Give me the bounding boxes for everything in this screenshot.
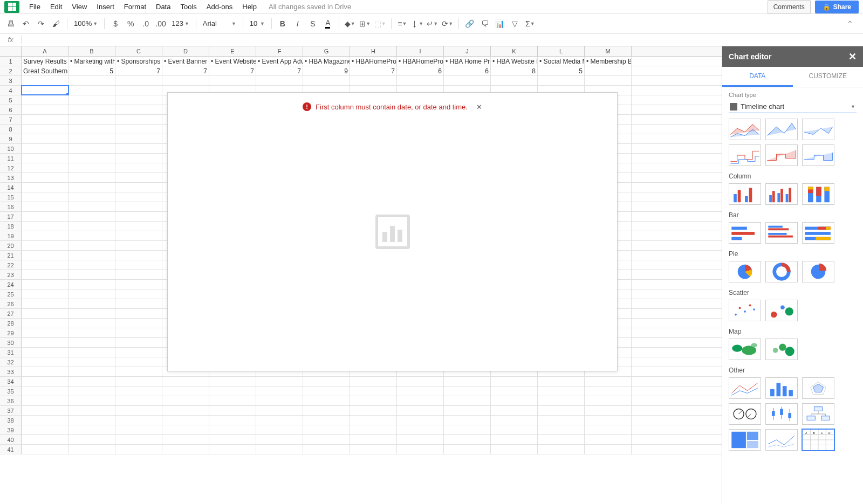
col-header[interactable]: H xyxy=(350,46,397,56)
cell[interactable] xyxy=(209,416,256,425)
cell[interactable] xyxy=(256,445,303,454)
cell[interactable] xyxy=(350,377,397,386)
cell[interactable] xyxy=(22,338,69,347)
cell[interactable] xyxy=(69,76,115,85)
cell[interactable] xyxy=(69,386,115,396)
redo-icon[interactable]: ↷ xyxy=(35,17,47,30)
cell[interactable] xyxy=(162,396,209,405)
cell[interactable] xyxy=(585,377,632,386)
cell[interactable] xyxy=(585,66,632,75)
cell[interactable]: • HBAHomePros xyxy=(350,57,397,66)
cell[interactable] xyxy=(538,76,585,85)
row-header[interactable]: 3 xyxy=(0,76,22,85)
cell[interactable] xyxy=(69,95,115,105)
cell[interactable] xyxy=(69,260,115,270)
cell[interactable] xyxy=(303,377,350,386)
chart-thumb-area2[interactable] xyxy=(765,119,798,140)
cell[interactable] xyxy=(69,270,115,279)
cell[interactable] xyxy=(115,95,162,105)
cell[interactable] xyxy=(256,416,303,425)
cell[interactable] xyxy=(69,192,115,202)
italic-icon[interactable]: I xyxy=(291,17,304,30)
chart-thumb-area1[interactable] xyxy=(729,119,761,140)
row-header[interactable]: 16 xyxy=(0,202,22,211)
chart-thumb-map2[interactable] xyxy=(765,339,798,360)
cell[interactable] xyxy=(444,396,491,405)
menu-edit[interactable]: Edit xyxy=(46,1,66,13)
col-header[interactable]: L xyxy=(538,46,585,56)
cell[interactable] xyxy=(491,445,538,454)
cell[interactable] xyxy=(303,425,350,434)
cell[interactable] xyxy=(538,445,585,454)
row-header[interactable]: 12 xyxy=(0,163,22,172)
col-header[interactable]: M xyxy=(585,46,632,56)
cell[interactable] xyxy=(69,144,115,153)
cell[interactable]: 5 xyxy=(538,66,585,75)
chart-thumb-column1[interactable] xyxy=(729,183,761,205)
chart-thumb-pie3[interactable] xyxy=(802,261,834,282)
cell[interactable] xyxy=(69,231,115,240)
cell[interactable] xyxy=(303,386,350,396)
row-header[interactable]: 13 xyxy=(0,173,22,182)
cell[interactable] xyxy=(585,425,632,434)
cell[interactable] xyxy=(115,154,162,163)
cell[interactable] xyxy=(397,425,444,434)
row-header[interactable]: 36 xyxy=(0,396,22,405)
cell[interactable] xyxy=(162,416,209,425)
cell[interactable]: 7 xyxy=(209,66,256,75)
cell[interactable] xyxy=(444,425,491,434)
cell[interactable] xyxy=(491,76,538,85)
increase-decimal-icon[interactable]: .00 xyxy=(154,17,167,30)
chart-thumb-treemap[interactable] xyxy=(729,429,761,451)
close-icon[interactable]: ✕ xyxy=(476,103,482,111)
cell[interactable] xyxy=(69,319,115,328)
menu-help[interactable]: Help xyxy=(238,1,261,13)
cell[interactable] xyxy=(585,76,632,85)
cell[interactable] xyxy=(69,163,115,172)
chart-thumb-step1[interactable] xyxy=(729,144,761,166)
close-icon[interactable]: ✕ xyxy=(848,51,857,63)
functions-icon[interactable]: Σ▼ xyxy=(524,17,537,30)
cell[interactable] xyxy=(22,367,69,376)
cell[interactable] xyxy=(209,396,256,405)
cell[interactable] xyxy=(209,435,256,444)
link-icon[interactable]: 🔗 xyxy=(463,17,476,30)
cell[interactable] xyxy=(115,289,162,299)
formula-input[interactable] xyxy=(22,33,863,46)
cell[interactable] xyxy=(22,86,69,95)
cell[interactable] xyxy=(22,396,69,405)
row-header[interactable]: 39 xyxy=(0,425,22,434)
chart-thumb-column3[interactable] xyxy=(802,183,834,205)
cell[interactable] xyxy=(69,338,115,347)
cell[interactable]: • Event App Adve xyxy=(256,57,303,66)
print-icon[interactable]: 🖶 xyxy=(4,17,17,30)
row-header[interactable]: 15 xyxy=(0,192,22,202)
menu-tools[interactable]: Tools xyxy=(176,1,201,13)
cell[interactable] xyxy=(538,435,585,444)
cell[interactable] xyxy=(350,386,397,396)
cell[interactable] xyxy=(22,173,69,182)
cell[interactable] xyxy=(69,134,115,143)
cell[interactable] xyxy=(209,377,256,386)
cell[interactable] xyxy=(256,377,303,386)
col-header[interactable]: D xyxy=(162,46,209,56)
chart-type-select[interactable]: Timeline chart ▼ xyxy=(729,100,857,113)
cell[interactable] xyxy=(585,396,632,405)
cell[interactable] xyxy=(162,386,209,396)
cell[interactable] xyxy=(115,241,162,250)
cell[interactable] xyxy=(69,183,115,192)
cell[interactable] xyxy=(162,445,209,454)
cell[interactable] xyxy=(115,270,162,279)
chart-thumb-histogram[interactable] xyxy=(765,377,798,399)
cell[interactable] xyxy=(350,416,397,425)
cell[interactable] xyxy=(115,76,162,85)
merge-icon[interactable]: ⬚▼ xyxy=(374,17,387,30)
cell[interactable] xyxy=(69,241,115,250)
chart-thumb-pie1[interactable] xyxy=(729,261,761,282)
cell[interactable] xyxy=(69,125,115,134)
cell[interactable] xyxy=(115,406,162,415)
cell[interactable] xyxy=(22,212,69,221)
cell[interactable] xyxy=(69,377,115,386)
chart-thumb-step3[interactable] xyxy=(802,144,834,166)
row-header[interactable]: 38 xyxy=(0,416,22,425)
